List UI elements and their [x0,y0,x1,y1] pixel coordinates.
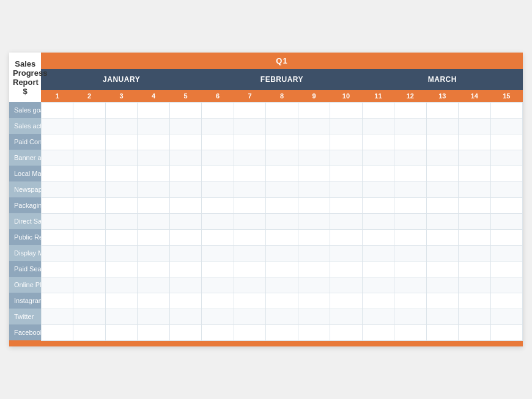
data-cell[interactable] [105,245,137,261]
data-cell[interactable] [330,134,362,150]
data-cell[interactable] [73,261,105,277]
data-cell[interactable] [394,324,426,340]
data-cell[interactable] [41,134,73,150]
data-cell[interactable] [73,102,105,118]
data-cell[interactable] [169,150,201,166]
data-cell[interactable] [490,102,522,118]
data-cell[interactable] [234,261,265,277]
data-cell[interactable] [73,245,105,261]
data-cell[interactable] [138,150,169,166]
data-cell[interactable] [330,229,362,245]
data-cell[interactable] [266,213,298,229]
data-cell[interactable] [138,134,169,150]
data-cell[interactable] [490,229,522,245]
data-cell[interactable] [459,293,490,309]
data-cell[interactable] [138,197,169,213]
data-cell[interactable] [234,293,265,309]
data-cell[interactable] [394,166,426,181]
data-cell[interactable] [394,245,426,261]
data-cell[interactable] [202,150,234,166]
data-cell[interactable] [105,229,137,245]
data-cell[interactable] [169,134,201,150]
data-cell[interactable] [73,293,105,309]
data-cell[interactable] [330,213,362,229]
data-cell[interactable] [298,277,330,293]
data-cell[interactable] [73,181,105,197]
data-cell[interactable] [266,277,298,293]
data-cell[interactable] [490,309,522,324]
data-cell[interactable] [234,150,265,166]
data-cell[interactable] [490,213,522,229]
data-cell[interactable] [105,150,137,166]
data-cell[interactable] [298,309,330,324]
data-cell[interactable] [105,118,137,134]
data-cell[interactable] [169,118,201,134]
data-cell[interactable] [266,324,298,340]
data-cell[interactable] [362,102,394,118]
data-cell[interactable] [41,293,73,309]
data-cell[interactable] [459,245,490,261]
data-cell[interactable] [459,213,490,229]
data-cell[interactable] [202,261,234,277]
data-cell[interactable] [266,150,298,166]
data-cell[interactable] [105,134,137,150]
data-cell[interactable] [490,261,522,277]
data-cell[interactable] [330,102,362,118]
data-cell[interactable] [459,261,490,277]
data-cell[interactable] [298,166,330,181]
data-cell[interactable] [202,102,234,118]
data-cell[interactable] [298,118,330,134]
data-cell[interactable] [330,245,362,261]
data-cell[interactable] [298,134,330,150]
data-cell[interactable] [330,293,362,309]
data-cell[interactable] [105,213,137,229]
data-cell[interactable] [459,309,490,324]
data-cell[interactable] [394,277,426,293]
data-cell[interactable] [362,134,394,150]
data-cell[interactable] [362,118,394,134]
data-cell[interactable] [426,118,458,134]
data-cell[interactable] [459,134,490,150]
data-cell[interactable] [202,134,234,150]
data-cell[interactable] [41,102,73,118]
data-cell[interactable] [362,293,394,309]
data-cell[interactable] [426,309,458,324]
data-cell[interactable] [394,293,426,309]
data-cell[interactable] [298,197,330,213]
data-cell[interactable] [73,134,105,150]
data-cell[interactable] [73,197,105,213]
data-cell[interactable] [41,166,73,181]
data-cell[interactable] [266,229,298,245]
data-cell[interactable] [234,245,265,261]
data-cell[interactable] [105,277,137,293]
data-cell[interactable] [169,309,201,324]
data-cell[interactable] [138,213,169,229]
data-cell[interactable] [105,261,137,277]
data-cell[interactable] [362,229,394,245]
data-cell[interactable] [169,324,201,340]
data-cell[interactable] [490,166,522,181]
data-cell[interactable] [41,118,73,134]
data-cell[interactable] [426,245,458,261]
data-cell[interactable] [426,277,458,293]
data-cell[interactable] [490,324,522,340]
data-cell[interactable] [362,309,394,324]
data-cell[interactable] [234,166,265,181]
data-cell[interactable] [202,245,234,261]
data-cell[interactable] [138,118,169,134]
data-cell[interactable] [202,229,234,245]
data-cell[interactable] [298,213,330,229]
data-cell[interactable] [202,324,234,340]
data-cell[interactable] [459,166,490,181]
data-cell[interactable] [426,150,458,166]
data-cell[interactable] [266,118,298,134]
data-cell[interactable] [298,324,330,340]
data-cell[interactable] [234,134,265,150]
data-cell[interactable] [138,261,169,277]
data-cell[interactable] [362,324,394,340]
data-cell[interactable] [202,118,234,134]
data-cell[interactable] [169,261,201,277]
data-cell[interactable] [330,261,362,277]
data-cell[interactable] [73,166,105,181]
data-cell[interactable] [73,213,105,229]
